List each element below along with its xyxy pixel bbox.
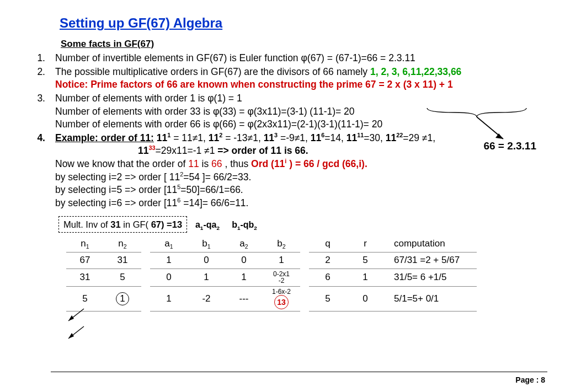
point-4: 4. Example: order of 11: 111 = 11≠1, 112… (26, 132, 539, 210)
ex-i6-a: by selecting i=6 => order [11 (55, 197, 177, 208)
table-row: 315 011 0-2x1-2 6131/5= 6 +1/5 (66, 269, 477, 286)
ex-i5-b: =50]=66/1=66. (180, 184, 243, 195)
annotation-66: 66 = 2.3.11 (483, 140, 536, 152)
pt3c-formula: φ(66) = φ(2x3x11)=(2-1)(3-1)(11-1)= 20 (213, 119, 382, 130)
page-footer: Page : 8 (515, 375, 545, 384)
ex-ord-b: ) = 66 / gcd (66,i). (286, 158, 367, 169)
mult-inv-box: Mult. Inv of 31 in GF( 67) =13 (58, 216, 187, 233)
ex-now: Now we know that the order of (55, 158, 188, 169)
pt2-notice: Notice: Prime factors of 66 are known wh… (55, 79, 453, 90)
circled-one: 1 (116, 292, 129, 305)
ex-i5-a: by selecting i=5 => order [11 (55, 184, 177, 195)
page-title: Setting up GF(67) Algebra (26, 15, 539, 31)
ex-ord-a: Ord (11 (251, 158, 285, 169)
table-row: 51 1-2--- 1-6x-213 505/1=5+ 0/1 (66, 286, 477, 312)
ex-sixtysix: 66 (211, 158, 222, 169)
table-header: n1 n2 a1 b1 a2 b2 q r computation (66, 236, 477, 252)
pt3b-formula: φ(33) = φ(3x11)=(3-1) (11-1)= 20 (213, 106, 355, 117)
ex-i2-a: by selecting i=2 => order [ 11 (55, 171, 180, 182)
ex-thus: , thus (222, 158, 252, 169)
pt3a-formula: φ(1) = 1 (207, 93, 242, 104)
pt1-formula: φ(67) = (67-1)=66 = 2.3.11 (301, 52, 415, 63)
facts-subhead: Some facts in GF(67) (61, 39, 539, 50)
point-3: 3. Number of elements with order 1 is φ(… (26, 92, 539, 131)
pt2-divisors: 1, 2, 3, 6,11,22,33,66 (370, 66, 461, 77)
circled-thirteen: 13 (274, 295, 289, 309)
ex-i2-b: =54 ]= 66/2=33. (183, 171, 251, 182)
example-lead: Example: order of 11: (55, 132, 154, 143)
svg-marker-5 (68, 333, 74, 339)
pt1-text: Number of invertible elements in GF(67) … (55, 52, 301, 63)
svg-line-4 (68, 326, 84, 339)
table-row: 6731 1001 2567/31 =2 + 5/67 (66, 252, 477, 269)
pt2-text: The possible multiplicative orders in GF… (55, 66, 370, 77)
ex-i6-b: =14]= 66/6=11. (180, 197, 248, 208)
ex-is: is (199, 158, 211, 169)
pt3c-text: Number of elements with order 66 is (55, 119, 213, 130)
point-2: 2. The possible multiplicative orders in… (26, 66, 539, 92)
euclid-table: n1 n2 a1 b1 a2 b2 q r computation 6731 1… (66, 236, 477, 312)
pt3a-text: Number of elements with order 1 is (55, 93, 207, 104)
col-hints: a1-qa2 b1-qb2 (195, 219, 257, 231)
point-1: 1. Number of invertible elements in GF(6… (26, 52, 539, 65)
ex-eleven: 11 (188, 158, 199, 169)
svg-marker-3 (68, 315, 74, 321)
pt3b-text: Number of elements with order 33 is (55, 106, 213, 117)
